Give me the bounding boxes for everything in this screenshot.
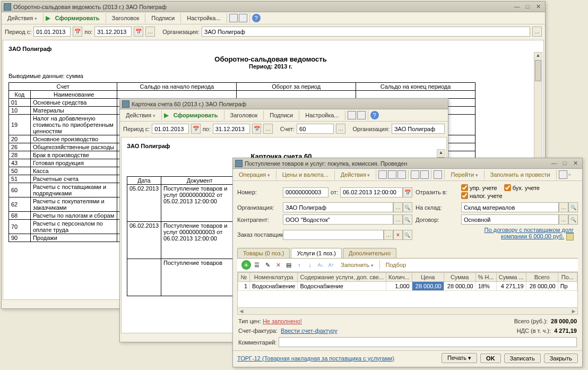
actions-menu[interactable]: Действия [337,170,374,179]
tool-icon[interactable] [411,170,419,179]
date-from-input[interactable] [33,27,71,37]
settings-button[interactable]: Настройка... [183,13,224,23]
date-from-input[interactable] [152,124,189,134]
tool-icon-1[interactable] [348,111,356,119]
header-button[interactable]: Заголовок [227,110,262,120]
grid-tool-icon[interactable]: ✎ [263,260,272,270]
table-row[interactable]: 05.02.2013Поступление товаров и услуг 00… [127,185,238,222]
add-row-button[interactable]: + [241,260,251,270]
contractor-open-button[interactable] [403,214,412,225]
number-input[interactable] [283,187,328,197]
print-button[interactable]: Печать ▾ [442,353,477,363]
tool-icon[interactable] [559,170,567,179]
table-row[interactable]: Поступление товаров [127,259,238,296]
settings-button[interactable]: Настройка... [301,110,342,120]
calendar-icon[interactable] [191,124,200,134]
save-button[interactable]: Записать [504,354,541,363]
tool-icon-1[interactable] [229,14,238,22]
calendar-icon[interactable] [134,27,143,37]
period-picker-button[interactable] [263,124,272,134]
close-button[interactable]: Закрыть [544,354,578,363]
price-type-value[interactable]: Не заполнено! [263,318,302,324]
form-button[interactable]: Сформировать [51,13,103,23]
torg12-link[interactable]: ТОРГ-12 (Товарная накладная за поставщик… [237,355,394,362]
scroll-up-icon[interactable]: ▲ [437,150,445,157]
contractor-input[interactable] [283,214,393,225]
contract-input[interactable] [461,214,559,225]
close-button[interactable]: ✕ [570,160,580,167]
goto-menu[interactable]: Перейти [447,170,481,179]
contractor-picker-button[interactable] [393,214,403,225]
calendar-icon[interactable] [73,27,82,37]
sort-asc-button[interactable]: A↓ [316,260,325,270]
sort-desc-button[interactable]: A↑ [326,260,336,270]
order-open-button[interactable] [403,230,412,240]
grid-tool-icon[interactable]: ▤ [284,260,293,270]
table-row[interactable]: 1ВодоснабжениеВодоснабжение1,00028 000,0… [238,282,577,291]
warehouse-input[interactable] [461,202,559,212]
tab-additional[interactable]: Дополнительно [343,248,396,258]
tool-icon-2[interactable] [357,111,366,119]
table-row[interactable]: 06.02.2013Поступление товаров и услуг 00… [127,222,238,259]
calendar-icon[interactable] [403,187,412,197]
date-to-input[interactable] [213,124,250,134]
move-up-button[interactable]: ↑ [295,260,304,270]
chk-upr[interactable]: упр. учете [461,184,497,191]
tool-icon[interactable] [378,170,387,179]
actions-menu[interactable]: Действия [4,13,41,23]
help-icon[interactable]: ? [252,14,261,22]
form-button[interactable]: Сформировать [170,110,222,120]
contract-picker-button[interactable] [559,214,568,225]
tool-icon[interactable] [420,170,429,179]
edit-icon[interactable] [566,233,574,240]
calendar-icon[interactable] [252,124,261,134]
order-picker-button[interactable] [384,230,393,240]
grid-tool-icon[interactable]: ☰ [252,260,262,270]
debt-link[interactable]: По договору с поставщиком долг компании … [461,227,578,243]
tool-icon[interactable] [397,170,406,179]
scroll-right-icon[interactable]: ► [570,308,577,314]
warehouse-picker-button[interactable] [559,202,568,212]
date-input[interactable] [340,187,403,197]
org-picker-button[interactable] [393,202,403,212]
move-down-button[interactable]: ↓ [305,260,315,270]
comment-input[interactable] [279,337,577,347]
org-open-button[interactable] [403,202,412,212]
pick-button[interactable]: Подбор [382,260,410,270]
help-icon[interactable]: ? [370,111,379,119]
contract-open-button[interactable] [568,214,578,225]
invoice-link[interactable]: Ввести счет-фактуру [281,328,338,334]
titlebar[interactable]: Карточка счета 60 (2013 г.) ЗАО Полиграф [120,99,448,109]
warehouse-open-button[interactable] [568,202,578,212]
tool-icon[interactable] [434,170,442,179]
account-picker-button[interactable] [336,124,345,134]
actions-menu[interactable]: Действия [122,110,159,120]
scroll-up-icon[interactable]: ▲ [534,53,542,60]
scroll-thumb[interactable] [535,60,541,81]
minimize-button[interactable]: — [512,3,522,11]
order-input[interactable] [283,230,384,240]
order-clear-button[interactable] [393,230,403,240]
header-button[interactable]: Заголовок [108,13,143,23]
org-input[interactable] [283,202,393,212]
org-input[interactable] [202,27,530,37]
close-button[interactable]: ✕ [533,3,543,11]
operation-menu[interactable]: Операция [235,170,274,179]
maximize-button[interactable]: □ [560,160,569,167]
tab-goods[interactable]: Товары (0 поз.) [237,248,290,258]
tool-icon-2[interactable] [239,14,247,22]
chk-nal[interactable]: налог. учете [461,192,503,199]
ok-button[interactable]: OK [480,354,501,363]
date-to-input[interactable] [94,27,132,37]
org-input[interactable] [392,124,445,134]
scroll-left-icon[interactable]: ◄ [238,308,245,314]
chk-buh[interactable]: бух. учете [504,184,540,191]
titlebar[interactable]: Оборотно-сальдовая ведомость (2013 г.) З… [2,2,545,12]
tab-services[interactable]: Услуги (1 поз.) [291,248,341,258]
delete-row-button[interactable]: ✕ [273,260,283,270]
tool-icon[interactable] [388,170,396,179]
org-picker-button[interactable] [532,27,542,37]
minimize-button[interactable]: — [549,160,559,167]
maximize-button[interactable]: □ [523,3,532,11]
prices-button[interactable]: Цены и валюта... [279,170,332,179]
